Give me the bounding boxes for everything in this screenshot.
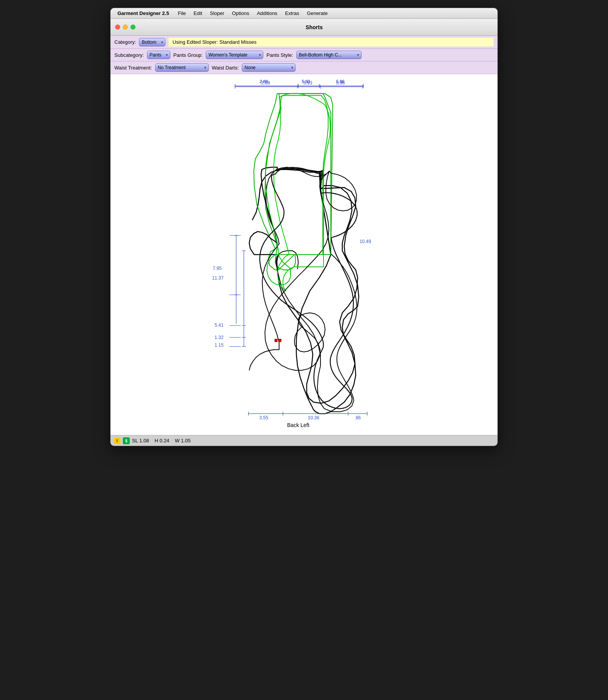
svg-text:11.37: 11.37 [212,275,223,281]
waist-darts-select[interactable]: None [242,63,296,72]
category-select-wrapper[interactable]: Bottom [139,38,165,46]
main-pattern-outline [276,169,357,412]
waist-darts-select-wrapper[interactable]: None [242,63,296,72]
pants-style-label: Pants Style: [266,52,293,58]
svg-text:5.96: 5.96 [336,80,345,86]
warning-icon: ! [114,437,121,444]
subcategory-select[interactable]: Pants [147,51,170,59]
waist-darts-label: Waist Darts: [212,65,239,71]
pants-group-select-wrapper[interactable]: Women's Template [206,51,263,59]
pants-pattern-group [249,94,357,403]
maximize-button[interactable] [131,25,135,30]
black-main-outline [249,167,357,403]
titlebar: Shorts [111,19,497,36]
main-window: Garment Designer 2.5 File Edit Sloper Op… [110,8,498,446]
controls-row2: Subcategory: Pants Pants Group: Women's … [111,49,497,61]
controls-row3: Waist Treatment: No Treatment Waist Dart… [111,61,497,74]
menu-additions[interactable]: Additions [253,10,281,17]
svg-text:5.93: 5.93 [303,80,312,86]
canvas-area[interactable]: 2.88 5.93 5.96 [111,74,497,435]
app-name: Garment Designer 2.5 [117,10,169,16]
waist-treatment-select[interactable]: No Treatment [155,63,209,72]
menu-extras[interactable]: Extras [282,10,303,17]
svg-text:.86: .86 [354,415,361,420]
svg-text:7.95: 7.95 [213,266,222,271]
svg-text:1.32: 1.32 [215,335,224,340]
pattern-label: Back Left [287,422,309,428]
menubar: Garment Designer 2.5 File Edit Sloper Op… [111,8,497,19]
status-text: SL 1.08 H 0.24 W 1.05 [132,438,191,443]
controls-row1: Category: Bottom Using Edited Sloper: St… [111,36,497,49]
red-notch [274,339,278,342]
svg-text:2.88: 2.88 [261,80,271,86]
waist-treatment-label: Waist Treatment: [114,65,152,71]
window-title: Shorts [135,24,493,30]
svg-text:5.41: 5.41 [215,323,224,328]
black-piece-clean [260,167,357,409]
menu-generate[interactable]: Generate [303,10,331,17]
red-notch-2 [278,339,281,342]
status-h: H 0.24 [155,438,169,443]
svg-text:3.55: 3.55 [259,415,269,420]
status-w: W 1.05 [175,438,191,443]
pattern-svg: 2.88 5.93 5.96 [111,74,497,435]
svg-text:10.49: 10.49 [360,239,371,244]
pants-group-select[interactable]: Women's Template [206,51,263,59]
status-bar: ! $ SL 1.08 H 0.24 W 1.05 [111,435,497,446]
pants-group-label: Pants Group: [173,52,203,58]
traffic-lights [115,25,135,30]
status-sl: SL 1.08 [132,438,149,443]
menu-sloper[interactable]: Sloper [207,10,228,17]
menu-options[interactable]: Options [228,10,253,17]
close-button[interactable] [115,25,120,30]
category-label: Category: [114,39,136,45]
dollar-icon: $ [123,437,130,444]
category-select[interactable]: Bottom [139,38,165,46]
sloper-info: Using Edited Sloper: Standard Misses [169,38,494,46]
menu-file[interactable]: File [174,10,189,17]
svg-text:10.36: 10.36 [308,415,319,420]
subcategory-select-wrapper[interactable]: Pants [147,51,170,59]
menu-edit[interactable]: Edit [190,10,205,17]
minimize-button[interactable] [123,25,128,30]
subcategory-label: Subcategory: [114,52,144,58]
waist-treatment-select-wrapper[interactable]: No Treatment [155,63,209,72]
pants-style-select-wrapper[interactable]: Bell-Bottom High C... [296,51,362,59]
pants-style-select[interactable]: Bell-Bottom High C... [296,51,362,59]
svg-text:1.15: 1.15 [215,343,224,348]
